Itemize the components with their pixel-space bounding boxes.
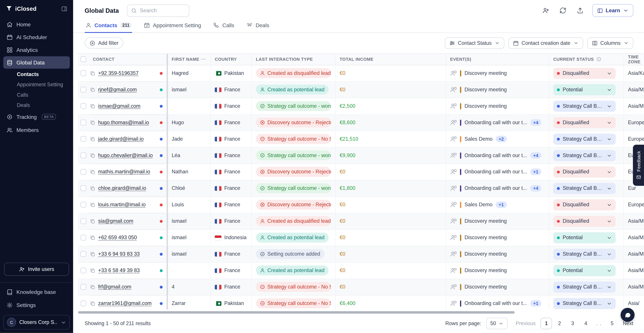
- copy-icon[interactable]: [90, 71, 95, 76]
- row-checkbox[interactable]: [80, 185, 86, 191]
- contact-creation-date-dropdown[interactable]: Contact creation date: [508, 37, 583, 49]
- invite-users-button[interactable]: Invite users: [4, 263, 69, 276]
- collapse-sidebar-icon[interactable]: [61, 6, 68, 12]
- current-status-dropdown[interactable]: Strategy Call Booked: [553, 183, 616, 194]
- copy-icon[interactable]: [90, 301, 95, 306]
- contact-link[interactable]: hugo.chevalier@imail.io: [98, 153, 152, 158]
- more-events-badge[interactable]: +2: [496, 136, 507, 142]
- copy-icon[interactable]: [90, 136, 95, 142]
- header-last-interaction[interactable]: LAST INTERACTION TYPE: [252, 54, 336, 65]
- columns-dropdown[interactable]: Columns: [587, 37, 633, 49]
- copy-icon[interactable]: [90, 169, 95, 175]
- header-country[interactable]: COUNTRY: [211, 54, 252, 65]
- tab-contacts[interactable]: Contacts211: [84, 21, 132, 32]
- current-status-dropdown[interactable]: Strategy Call Booked: [553, 298, 616, 309]
- header-contact[interactable]: CONTACT: [89, 54, 168, 65]
- row-checkbox[interactable]: [80, 87, 86, 93]
- contact-link[interactable]: zarrar1961@gmail.com: [98, 300, 152, 306]
- copy-icon[interactable]: [90, 120, 95, 125]
- current-status-dropdown[interactable]: Potential: [553, 265, 616, 276]
- contact-status-dropdown[interactable]: Contact Status: [445, 37, 504, 49]
- contact-link[interactable]: frf@gmail.com: [98, 284, 131, 290]
- copy-icon[interactable]: [90, 268, 95, 273]
- row-checkbox[interactable]: [80, 202, 86, 207]
- current-status-dropdown[interactable]: Strategy Call Booked: [553, 133, 616, 145]
- current-status-dropdown[interactable]: Potential: [553, 232, 616, 243]
- tab-deals[interactable]: Deals: [246, 21, 270, 32]
- sidebar-subitem-deals[interactable]: Deals: [0, 100, 73, 110]
- more-events-badge[interactable]: +4: [530, 119, 541, 126]
- more-events-badge[interactable]: +4: [530, 152, 541, 159]
- current-status-dropdown[interactable]: Potential: [553, 84, 616, 95]
- feedback-tab[interactable]: Feedback: [633, 145, 644, 186]
- contact-link[interactable]: +62 659 493 050: [98, 235, 137, 240]
- learn-button[interactable]: Learn: [592, 4, 633, 17]
- contact-link[interactable]: +33 6 58 49 39 83: [98, 267, 140, 273]
- more-events-badge[interactable]: +4: [530, 185, 541, 191]
- chat-widget-button[interactable]: [620, 308, 634, 322]
- sidebar-item-ai-scheduler[interactable]: AI Scheduler: [3, 31, 70, 43]
- row-checkbox[interactable]: [80, 136, 86, 142]
- account-switcher[interactable]: C Closers Corp S...: [3, 315, 70, 330]
- contact-link[interactable]: mathis.martin@imail.io: [98, 169, 150, 175]
- page-button-2[interactable]: 2: [554, 318, 565, 329]
- row-checkbox[interactable]: [80, 300, 86, 306]
- contact-link[interactable]: sia@gmail.com: [98, 218, 133, 224]
- search-input[interactable]: [140, 8, 186, 14]
- contact-link[interactable]: hugo.thomas@imail.io: [98, 120, 149, 125]
- row-checkbox[interactable]: [80, 251, 86, 257]
- current-status-dropdown[interactable]: Disqualified: [553, 199, 616, 210]
- sidebar-item-analytics[interactable]: Analytics: [3, 44, 70, 56]
- page-button-4[interactable]: 4: [580, 318, 592, 329]
- current-status-dropdown[interactable]: Strategy Call Booked: [553, 150, 616, 161]
- page-button-5[interactable]: 5: [606, 318, 618, 329]
- current-status-dropdown[interactable]: Disqualified: [553, 215, 616, 227]
- info-icon[interactable]: [596, 57, 601, 62]
- current-status-dropdown[interactable]: Disqualified: [553, 166, 616, 177]
- row-checkbox[interactable]: [80, 120, 86, 125]
- row-checkbox[interactable]: [80, 235, 86, 240]
- header-current-status[interactable]: CURRENT STATUS: [549, 54, 624, 65]
- add-user-icon[interactable]: [540, 5, 551, 16]
- row-checkbox[interactable]: [80, 169, 86, 175]
- current-status-dropdown[interactable]: Strategy Call Booked: [553, 281, 616, 292]
- more-events-badge[interactable]: +1: [496, 201, 507, 208]
- export-icon[interactable]: [575, 5, 586, 16]
- row-checkbox[interactable]: [80, 218, 86, 224]
- copy-icon[interactable]: [90, 103, 95, 109]
- page-button-3[interactable]: 3: [567, 318, 578, 329]
- sidebar-item-global-data[interactable]: Global Data: [3, 56, 70, 69]
- contact-link[interactable]: chloe.girard@imail.io: [98, 185, 146, 191]
- scrollbar-thumb[interactable]: [78, 311, 514, 313]
- contact-link[interactable]: +92 359-5196357: [98, 70, 138, 76]
- more-events-badge[interactable]: +1: [530, 300, 541, 307]
- header-total-income[interactable]: TOTAL INCOME: [336, 54, 446, 65]
- copy-icon[interactable]: [90, 153, 95, 158]
- copy-icon[interactable]: [90, 218, 95, 224]
- sidebar-item-knowledge-base[interactable]: Knowledge base: [3, 286, 70, 298]
- more-events-badge[interactable]: +1: [530, 169, 541, 175]
- sidebar-subitem-appointment-setting[interactable]: Appointment Setting: [0, 79, 73, 90]
- current-status-dropdown[interactable]: Disqualified: [553, 117, 616, 128]
- sidebar-item-members[interactable]: Members: [3, 124, 70, 136]
- row-checkbox[interactable]: [80, 153, 86, 158]
- header-first-name[interactable]: FIRST NAME: [168, 54, 211, 65]
- row-checkbox[interactable]: [80, 267, 86, 273]
- previous-page-button[interactable]: Previous: [516, 321, 536, 326]
- copy-icon[interactable]: [90, 284, 95, 289]
- copy-icon[interactable]: [90, 202, 95, 207]
- copy-icon[interactable]: [90, 186, 95, 191]
- copy-icon[interactable]: [90, 235, 95, 240]
- sidebar-item-settings[interactable]: Settings: [3, 299, 70, 311]
- contact-link[interactable]: ismae@gmail.com: [98, 103, 140, 109]
- refresh-icon[interactable]: [558, 5, 568, 16]
- page-button-1[interactable]: 1: [541, 318, 552, 329]
- current-status-dropdown[interactable]: Strategy Call Booked: [553, 248, 616, 259]
- current-status-dropdown[interactable]: Strategy Call Booked: [553, 101, 616, 112]
- add-filter-button[interactable]: Add filter: [84, 38, 123, 49]
- row-checkbox[interactable]: [80, 70, 86, 76]
- copy-icon[interactable]: [90, 87, 95, 92]
- contact-link[interactable]: jade.girard@imail.io: [98, 136, 144, 142]
- copy-icon[interactable]: [90, 251, 95, 257]
- sidebar-item-home[interactable]: Home: [3, 18, 70, 30]
